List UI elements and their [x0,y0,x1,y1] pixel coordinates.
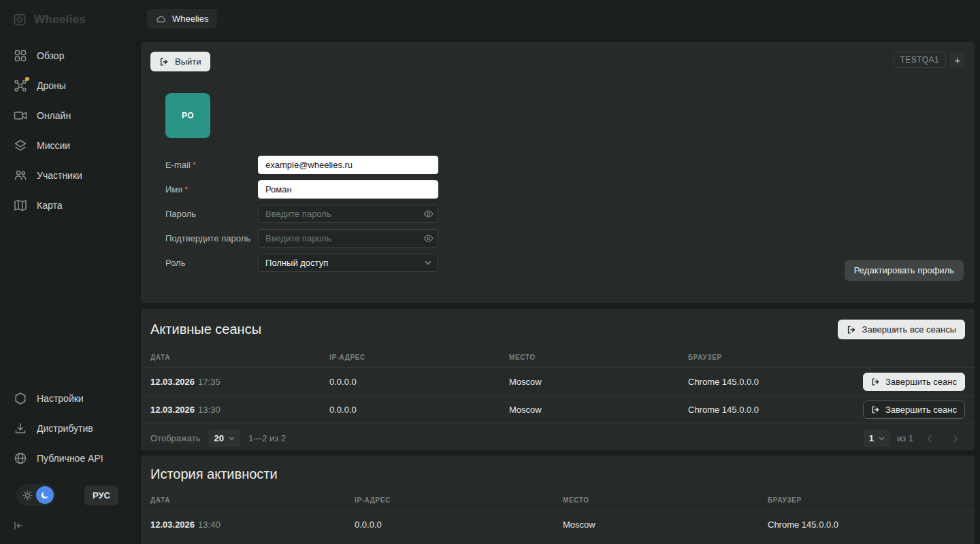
chevron-down-icon [425,260,431,265]
confirm-password-field[interactable] [258,229,438,248]
page-select[interactable]: 1 [864,430,890,447]
members-icon [14,169,27,182]
chevron-down-icon [879,437,885,441]
next-page-button[interactable] [946,429,965,448]
history-place: Moscow [563,520,768,530]
history-table-header: ДАТА IP-АДРЕС МЕСТО БРАУЗЕР [141,490,975,511]
logo-text: Wheelies [34,13,86,27]
grid-icon [14,49,27,63]
end-session-button[interactable]: Завершить сеанс [863,401,965,419]
sidebar-item-drones[interactable]: Дроны [0,71,136,101]
end-all-sessions-button[interactable]: Завершить все сеансы [838,320,965,339]
column-header: БРАУЗЕР [768,496,965,504]
logo: Wheelies [0,0,136,41]
page-size-select[interactable]: 20 [208,430,240,447]
history-ip: 0.0.0.0 [355,520,563,530]
content: Выйти TESTQA1 + РО E-mail* [136,37,980,544]
avatar: РО [165,93,210,138]
table-row: 12.03.202617:35 0.0.0.0 Moscow Chrome 14… [141,368,975,396]
moon-icon [40,490,50,500]
column-header: ДАТА [150,354,329,361]
range-text: 1—2 из 2 [248,433,286,443]
column-header: БРАУЗЕР [688,354,862,361]
sidebar-item-missions[interactable]: Миссии [0,131,136,160]
page-count-text: из 1 [897,433,913,443]
sidebar-spacer [0,220,136,384]
sidebar-item-members[interactable]: Участники [0,160,136,190]
role-label: Роль [165,258,258,268]
main-area: Wheelies Выйти TESTQA1 + РО [136,0,980,544]
sidebar: Wheelies Обзор Дроны [0,0,136,544]
sidebar-item-label: Миссии [37,140,70,151]
session-place: Moscow [509,377,688,387]
password-field[interactable] [258,205,438,223]
logout-icon [871,405,880,414]
column-header: IP-АДРЕС [355,496,563,504]
session-date: 12.03.202617:35 [150,377,329,387]
session-browser: Chrome 145.0.0.0 [688,405,862,415]
confirm-password-label: Подтвердите пароль [165,233,258,243]
table-row: 12.03.202613:40 0.0.0.0 Moscow Chrome 14… [141,511,975,539]
name-field[interactable] [258,180,438,199]
previous-page-button[interactable] [920,429,939,448]
sidebar-item-label: Участники [37,170,82,181]
sidebar-item-label: Обзор [37,50,64,61]
sessions-pagination: Отображать 20 1—2 из 2 1 из 1 [141,424,975,453]
breadcrumb[interactable]: Wheelies [147,9,217,29]
session-browser: Chrome 145.0.0.0 [688,377,862,387]
email-field[interactable] [258,156,438,174]
column-header: ДАТА [150,496,355,504]
sidebar-item-online[interactable]: Онлайн [0,101,136,131]
language-button[interactable]: РУС [84,486,118,505]
topbar: Wheelies [136,0,980,37]
globe-icon [14,452,27,465]
logo-icon [12,12,27,27]
profile-form: E-mail* Имя* Пароль [165,156,965,272]
name-label: Имя* [165,184,258,194]
required-marker: * [184,184,188,194]
primary-nav: Обзор Дроны Онлайн [0,41,136,220]
session-ip: 0.0.0.0 [329,405,509,415]
logout-button[interactable]: Выйти [150,52,210,71]
add-workspace-button[interactable]: + [950,52,965,67]
sidebar-item-distributive[interactable]: Дистрибутив [0,413,136,443]
drone-icon [14,79,27,92]
sidebar-item-public-api[interactable]: Публичное API [0,443,136,473]
light-theme-button[interactable] [18,486,36,504]
sidebar-item-label: Настройки [37,393,84,404]
collapse-icon [12,520,24,532]
column-header: IP-АДРЕС [329,354,509,361]
chevron-right-icon [953,435,958,443]
logout-icon [159,57,169,67]
page-size-label: Отображать [150,433,200,443]
session-date: 12.03.202613:30 [150,405,329,415]
sidebar-item-overview[interactable]: Обзор [0,41,136,71]
chevron-left-icon [927,435,932,443]
collapse-sidebar-button[interactable] [12,520,24,532]
activity-history-card: История активности ДАТА IP-АДРЕС МЕСТО Б… [141,456,975,544]
workspace-badge[interactable]: TESTQA1 [894,52,946,68]
toggle-password-visibility-button[interactable] [423,209,434,219]
sidebar-item-label: Карта [37,200,62,211]
sessions-table-header: ДАТА IP-АДРЕС МЕСТО БРАУЗЕР [141,347,975,368]
sidebar-item-label: Дроны [37,80,66,91]
end-session-button[interactable]: Завершить сеанс [863,373,965,391]
secondary-nav: Настройки Дистрибутив Публичное API [0,384,136,473]
sidebar-item-label: Дистрибутив [37,423,93,434]
history-title: История активности [150,466,278,482]
dark-theme-button[interactable] [36,486,54,504]
table-row: 12.03.202613:30 0.0.0.0 Moscow Chrome 14… [141,396,975,424]
session-ip: 0.0.0.0 [329,377,509,387]
logout-icon [871,377,880,386]
email-label: E-mail* [165,160,258,170]
toggle-confirm-password-visibility-button[interactable] [423,233,434,243]
column-header: МЕСТО [509,354,688,361]
password-label: Пароль [165,209,258,219]
sidebar-item-settings[interactable]: Настройки [0,384,136,413]
role-select[interactable]: Полный доступ [258,254,438,272]
edit-profile-button[interactable]: Редактировать профиль [845,260,964,281]
camera-icon [14,109,27,122]
breadcrumb-label: Wheelies [172,14,208,24]
sidebar-item-map[interactable]: Карта [0,190,136,220]
sidebar-item-label: Публичное API [37,453,103,464]
